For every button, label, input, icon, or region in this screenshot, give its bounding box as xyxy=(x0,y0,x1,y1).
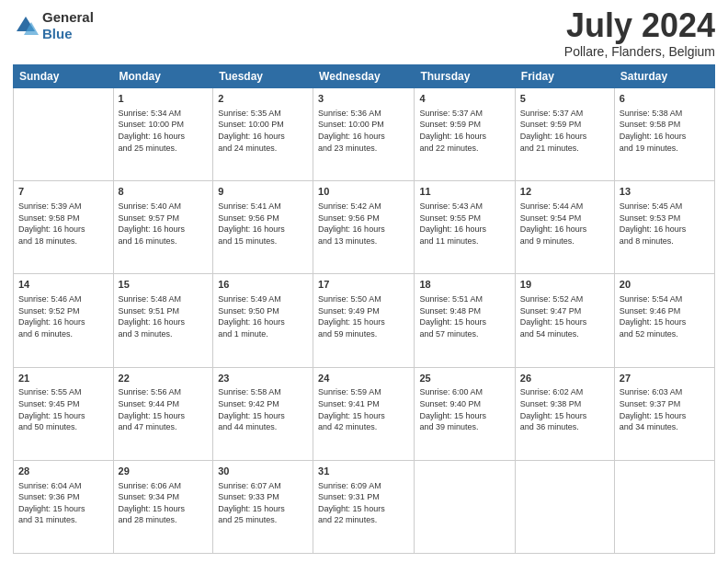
day-number: 30 xyxy=(218,465,308,478)
cell-content: Sunrise: 5:44 AM Sunset: 9:54 PM Dayligh… xyxy=(520,201,609,247)
day-number: 31 xyxy=(318,465,409,478)
col-thursday: Thursday xyxy=(415,65,515,88)
col-saturday: Saturday xyxy=(614,65,714,88)
cell-content: Sunrise: 5:42 AM Sunset: 9:56 PM Dayligh… xyxy=(318,201,409,247)
cell-content: Sunrise: 5:37 AM Sunset: 9:59 PM Dayligh… xyxy=(419,108,509,154)
col-wednesday: Wednesday xyxy=(313,65,415,88)
day-number: 10 xyxy=(318,185,409,199)
day-number: 14 xyxy=(18,278,108,292)
table-row: 27Sunrise: 6:03 AM Sunset: 9:37 PM Dayli… xyxy=(614,367,714,460)
table-row: 30Sunrise: 6:07 AM Sunset: 9:33 PM Dayli… xyxy=(213,460,313,553)
cell-content: Sunrise: 6:02 AM Sunset: 9:38 PM Dayligh… xyxy=(520,386,609,432)
table-row: 10Sunrise: 5:42 AM Sunset: 9:56 PM Dayli… xyxy=(313,181,415,274)
calendar-table: Sunday Monday Tuesday Wednesday Thursday… xyxy=(13,64,715,554)
col-friday: Friday xyxy=(515,65,614,88)
table-row: 9Sunrise: 5:41 AM Sunset: 9:56 PM Daylig… xyxy=(213,181,313,274)
table-row: 24Sunrise: 5:59 AM Sunset: 9:41 PM Dayli… xyxy=(313,367,415,460)
table-row: 26Sunrise: 6:02 AM Sunset: 9:38 PM Dayli… xyxy=(515,367,614,460)
cell-content: Sunrise: 5:35 AM Sunset: 10:00 PM Daylig… xyxy=(218,108,308,154)
cell-content: Sunrise: 5:39 AM Sunset: 9:58 PM Dayligh… xyxy=(18,201,108,247)
cell-content: Sunrise: 6:09 AM Sunset: 9:31 PM Dayligh… xyxy=(318,480,409,526)
day-number: 7 xyxy=(18,185,108,199)
table-row: 23Sunrise: 5:58 AM Sunset: 9:42 PM Dayli… xyxy=(213,367,313,460)
table-row: 28Sunrise: 6:04 AM Sunset: 9:36 PM Dayli… xyxy=(14,460,114,553)
location: Pollare, Flanders, Belgium xyxy=(564,44,715,59)
day-number: 12 xyxy=(520,185,609,199)
col-tuesday: Tuesday xyxy=(213,65,313,88)
cell-content: Sunrise: 6:00 AM Sunset: 9:40 PM Dayligh… xyxy=(419,386,509,432)
cell-content: Sunrise: 6:07 AM Sunset: 9:33 PM Dayligh… xyxy=(218,480,308,526)
logo: General Blue xyxy=(13,9,94,42)
cell-content: Sunrise: 6:03 AM Sunset: 9:37 PM Dayligh… xyxy=(620,386,710,432)
day-number: 3 xyxy=(318,92,409,106)
cell-content: Sunrise: 5:37 AM Sunset: 9:59 PM Dayligh… xyxy=(520,108,609,154)
cell-content: Sunrise: 5:45 AM Sunset: 9:53 PM Dayligh… xyxy=(620,201,710,247)
col-monday: Monday xyxy=(113,65,213,88)
day-number: 19 xyxy=(520,278,609,292)
table-row: 6Sunrise: 5:38 AM Sunset: 9:58 PM Daylig… xyxy=(614,88,714,181)
table-row: 17Sunrise: 5:50 AM Sunset: 9:49 PM Dayli… xyxy=(313,274,415,367)
col-sunday: Sunday xyxy=(14,65,114,88)
cell-content: Sunrise: 5:48 AM Sunset: 9:51 PM Dayligh… xyxy=(119,293,209,339)
cell-content: Sunrise: 6:04 AM Sunset: 9:36 PM Dayligh… xyxy=(18,480,108,526)
day-number: 26 xyxy=(520,372,609,385)
day-number: 17 xyxy=(318,278,409,292)
calendar-week-row: 1Sunrise: 5:34 AM Sunset: 10:00 PM Dayli… xyxy=(14,88,715,181)
table-row: 29Sunrise: 6:06 AM Sunset: 9:34 PM Dayli… xyxy=(113,460,213,553)
table-row: 16Sunrise: 5:49 AM Sunset: 9:50 PM Dayli… xyxy=(213,274,313,367)
day-number: 1 xyxy=(119,92,209,106)
cell-content: Sunrise: 5:52 AM Sunset: 9:47 PM Dayligh… xyxy=(520,293,609,339)
day-number: 2 xyxy=(218,92,308,106)
table-row: 7Sunrise: 5:39 AM Sunset: 9:58 PM Daylig… xyxy=(14,181,114,274)
table-row: 22Sunrise: 5:56 AM Sunset: 9:44 PM Dayli… xyxy=(113,367,213,460)
month-title: July 2024 xyxy=(564,9,715,42)
page: General Blue July 2024 Pollare, Flanders… xyxy=(0,0,728,563)
day-number: 27 xyxy=(620,372,710,385)
table-row xyxy=(415,460,515,553)
day-number: 21 xyxy=(18,372,108,385)
day-number: 13 xyxy=(620,185,710,199)
table-row: 19Sunrise: 5:52 AM Sunset: 9:47 PM Dayli… xyxy=(515,274,614,367)
table-row: 25Sunrise: 6:00 AM Sunset: 9:40 PM Dayli… xyxy=(415,367,515,460)
cell-content: Sunrise: 5:46 AM Sunset: 9:52 PM Dayligh… xyxy=(18,293,108,339)
table-row: 12Sunrise: 5:44 AM Sunset: 9:54 PM Dayli… xyxy=(515,181,614,274)
day-number: 23 xyxy=(218,372,308,385)
day-number: 20 xyxy=(620,278,710,292)
table-row: 3Sunrise: 5:36 AM Sunset: 10:00 PM Dayli… xyxy=(313,88,415,181)
table-row: 20Sunrise: 5:54 AM Sunset: 9:46 PM Dayli… xyxy=(614,274,714,367)
day-number: 16 xyxy=(218,278,308,292)
cell-content: Sunrise: 5:58 AM Sunset: 9:42 PM Dayligh… xyxy=(218,386,308,432)
day-number: 4 xyxy=(419,92,509,106)
cell-content: Sunrise: 5:55 AM Sunset: 9:45 PM Dayligh… xyxy=(18,386,108,432)
cell-content: Sunrise: 5:40 AM Sunset: 9:57 PM Dayligh… xyxy=(119,201,209,247)
cell-content: Sunrise: 5:41 AM Sunset: 9:56 PM Dayligh… xyxy=(218,201,308,247)
calendar-week-row: 14Sunrise: 5:46 AM Sunset: 9:52 PM Dayli… xyxy=(14,274,715,367)
day-number: 9 xyxy=(218,185,308,199)
day-number: 22 xyxy=(119,372,209,385)
day-number: 8 xyxy=(119,185,209,199)
day-number: 5 xyxy=(520,92,609,106)
calendar-week-row: 7Sunrise: 5:39 AM Sunset: 9:58 PM Daylig… xyxy=(14,181,715,274)
cell-content: Sunrise: 6:06 AM Sunset: 9:34 PM Dayligh… xyxy=(119,480,209,526)
logo-text: General Blue xyxy=(42,9,94,42)
calendar-week-row: 28Sunrise: 6:04 AM Sunset: 9:36 PM Dayli… xyxy=(14,460,715,553)
cell-content: Sunrise: 5:51 AM Sunset: 9:48 PM Dayligh… xyxy=(419,293,509,339)
day-number: 29 xyxy=(119,465,209,478)
title-section: July 2024 Pollare, Flanders, Belgium xyxy=(564,9,715,59)
table-row: 31Sunrise: 6:09 AM Sunset: 9:31 PM Dayli… xyxy=(313,460,415,553)
day-number: 25 xyxy=(419,372,509,385)
table-row: 8Sunrise: 5:40 AM Sunset: 9:57 PM Daylig… xyxy=(113,181,213,274)
day-number: 18 xyxy=(419,278,509,292)
table-row: 2Sunrise: 5:35 AM Sunset: 10:00 PM Dayli… xyxy=(213,88,313,181)
day-number: 6 xyxy=(620,92,710,106)
calendar-week-row: 21Sunrise: 5:55 AM Sunset: 9:45 PM Dayli… xyxy=(14,367,715,460)
cell-content: Sunrise: 5:38 AM Sunset: 9:58 PM Dayligh… xyxy=(620,108,710,154)
top-section: General Blue July 2024 Pollare, Flanders… xyxy=(13,9,715,59)
table-row: 5Sunrise: 5:37 AM Sunset: 9:59 PM Daylig… xyxy=(515,88,614,181)
table-row: 21Sunrise: 5:55 AM Sunset: 9:45 PM Dayli… xyxy=(14,367,114,460)
table-row: 11Sunrise: 5:43 AM Sunset: 9:55 PM Dayli… xyxy=(415,181,515,274)
cell-content: Sunrise: 5:56 AM Sunset: 9:44 PM Dayligh… xyxy=(119,386,209,432)
cell-content: Sunrise: 5:50 AM Sunset: 9:49 PM Dayligh… xyxy=(318,293,409,339)
table-row xyxy=(614,460,714,553)
cell-content: Sunrise: 5:36 AM Sunset: 10:00 PM Daylig… xyxy=(318,108,409,154)
